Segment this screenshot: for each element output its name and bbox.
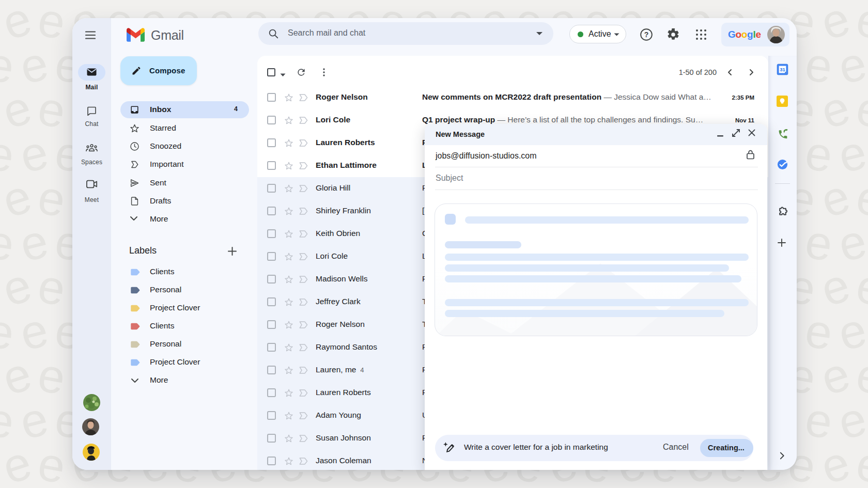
svg-text:?: ?: [644, 30, 649, 39]
svg-text:31: 31: [780, 67, 785, 72]
